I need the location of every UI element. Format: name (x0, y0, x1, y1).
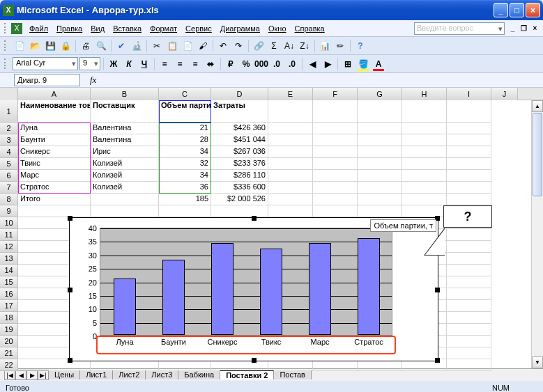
cell[interactable] (313, 146, 358, 158)
cell[interactable]: $426 360 (211, 123, 268, 134)
cell[interactable]: Наименование товара (18, 100, 91, 123)
col-header[interactable]: C (159, 88, 211, 100)
cell[interactable] (447, 324, 491, 336)
menu-format[interactable]: Формат (146, 22, 181, 35)
col-header[interactable]: J (491, 88, 518, 100)
cell[interactable]: 34 (159, 146, 211, 158)
merge-center-icon[interactable]: ⬌ (204, 57, 217, 71)
cell[interactable]: Поставщик (91, 100, 159, 123)
cell[interactable] (358, 158, 402, 170)
spelling-icon[interactable]: ✔ (114, 39, 128, 53)
font-color-icon[interactable]: A (372, 57, 385, 71)
cell[interactable]: Колизей (91, 170, 159, 182)
cell[interactable]: $336 600 (211, 182, 268, 194)
open-icon[interactable]: 📂 (28, 39, 42, 53)
row-header[interactable]: 13 (0, 253, 18, 265)
sheet-tab[interactable]: Бабкина (178, 370, 220, 379)
cell[interactable] (313, 123, 358, 134)
cell[interactable] (358, 194, 402, 205)
cell[interactable]: 34 (159, 170, 211, 182)
redo-icon[interactable]: ↷ (231, 39, 245, 53)
cell[interactable] (358, 100, 402, 123)
col-header[interactable]: D (211, 88, 268, 100)
menu-edit[interactable]: Правка (52, 22, 86, 35)
cell[interactable]: Затраты (211, 100, 268, 123)
row-header[interactable]: 11 (0, 229, 18, 241)
cell[interactable]: $233 376 (211, 158, 268, 170)
row-header[interactable]: 1 (0, 100, 18, 123)
cell[interactable] (358, 182, 402, 194)
increase-indent-icon[interactable]: ▶ (321, 57, 335, 71)
paste-icon[interactable]: 📄 (181, 39, 194, 53)
research-icon[interactable]: 🔬 (130, 39, 144, 53)
resize-handle[interactable] (252, 216, 257, 221)
row-header[interactable]: 7 (0, 182, 18, 194)
cell[interactable]: Стратос (18, 182, 91, 194)
sheet-tab[interactable]: Цены (49, 370, 80, 379)
cell[interactable]: Колизей (91, 158, 159, 170)
doc-close-button[interactable]: × (530, 24, 540, 33)
format-painter-icon[interactable]: 🖌 (196, 39, 210, 53)
borders-icon[interactable]: ⊞ (341, 57, 355, 71)
row-header[interactable]: 12 (0, 241, 18, 253)
decrease-indent-icon[interactable]: ◀ (305, 57, 319, 71)
worksheet-grid[interactable]: A B C D E F G H I J 1Наименование товара… (0, 88, 543, 368)
sheet-tab[interactable]: Постав (274, 370, 311, 379)
cell[interactable] (402, 182, 447, 194)
resize-handle[interactable] (68, 288, 72, 292)
resize-handle[interactable] (252, 358, 257, 363)
cell[interactable] (447, 158, 491, 170)
cell[interactable]: Твикс (18, 158, 91, 170)
decrease-decimal-icon[interactable]: .0 (285, 57, 299, 71)
cell[interactable] (313, 182, 358, 194)
cell[interactable]: $267 036 (211, 146, 268, 158)
cell[interactable]: Объем партии, т (159, 100, 211, 123)
cell[interactable] (447, 229, 491, 241)
cell[interactable] (313, 170, 358, 182)
menu-insert[interactable]: Вставка (109, 22, 146, 35)
currency-icon[interactable]: ₽ (224, 57, 238, 71)
maximize-button[interactable]: □ (510, 3, 524, 17)
cell[interactable] (447, 359, 491, 371)
row-header[interactable]: 4 (0, 146, 18, 158)
cell[interactable]: $286 110 (211, 170, 268, 182)
row-header[interactable]: 20 (0, 336, 18, 347)
tab-first-icon[interactable]: |◀ (4, 370, 15, 380)
increase-decimal-icon[interactable]: .0 (270, 57, 284, 71)
col-header[interactable]: E (268, 88, 313, 100)
cut-icon[interactable]: ✂ (150, 39, 164, 53)
underline-button[interactable]: Ч (137, 57, 151, 71)
comma-icon[interactable]: 000 (254, 57, 268, 71)
menu-file[interactable]: Файл (25, 22, 52, 35)
tab-prev-icon[interactable]: ◀ (15, 370, 26, 380)
cell[interactable]: 36 (159, 182, 211, 194)
percent-icon[interactable]: % (239, 57, 253, 71)
select-all-corner[interactable] (0, 88, 18, 100)
cell[interactable] (447, 288, 491, 300)
copy-icon[interactable]: 📋 (165, 39, 179, 53)
row-header[interactable]: 3 (0, 134, 18, 146)
cell[interactable]: Валентина (91, 134, 159, 146)
col-header[interactable]: G (358, 88, 402, 100)
cell[interactable] (447, 336, 491, 347)
cell[interactable]: Колизей (91, 182, 159, 194)
row-header[interactable]: 18 (0, 312, 18, 324)
col-header[interactable]: F (313, 88, 358, 100)
cell[interactable] (358, 146, 402, 158)
scroll-up-icon[interactable]: ▲ (532, 100, 543, 112)
cell[interactable] (91, 194, 159, 205)
cell[interactable]: 32 (159, 158, 211, 170)
cell[interactable] (268, 170, 313, 182)
menu-diagram[interactable]: Диаграмма (216, 22, 264, 35)
permission-icon[interactable]: 🔒 (59, 39, 72, 53)
cell[interactable]: 21 (159, 123, 211, 134)
italic-button[interactable]: К (122, 57, 136, 71)
cell[interactable] (211, 205, 268, 217)
cell[interactable] (447, 276, 491, 288)
cell[interactable] (313, 100, 358, 123)
resize-handle[interactable] (435, 358, 440, 363)
font-name-select[interactable]: Arial Cyr (13, 57, 78, 70)
scroll-down-icon[interactable]: ▼ (532, 356, 543, 368)
cell[interactable]: Ирис (91, 146, 159, 158)
cell[interactable]: Сникерс (18, 146, 91, 158)
